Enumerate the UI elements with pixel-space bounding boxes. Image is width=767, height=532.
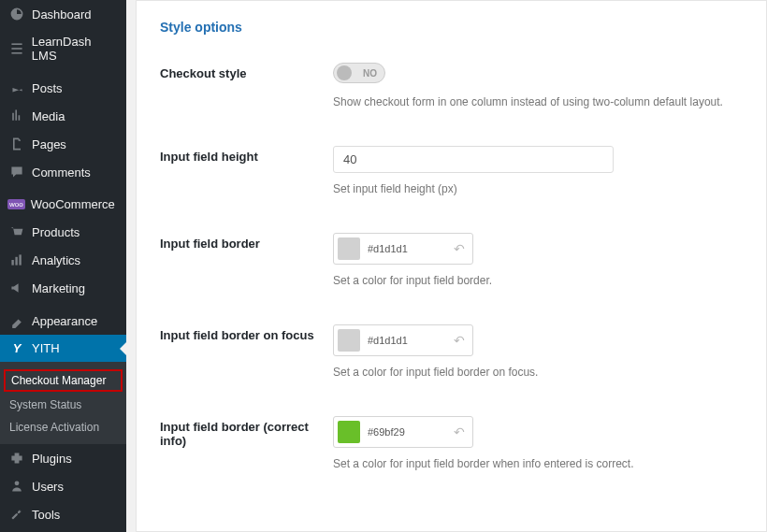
sidebar-item-label: Users: [32, 480, 64, 494]
toggle-checkout-style[interactable]: NO: [333, 63, 385, 83]
sidebar-item-marketing[interactable]: Marketing: [0, 274, 126, 302]
row-border-correct: Input field border (correct info) #69bf2…: [160, 416, 743, 470]
sidebar-item-appearance[interactable]: Appearance: [0, 307, 126, 335]
products-icon: [7, 224, 26, 239]
sidebar-item-label: Tools: [32, 508, 60, 522]
color-picker-border-focus[interactable]: #d1d1d1 ↶: [333, 324, 473, 356]
help-border-correct: Set a color for input field border when …: [333, 457, 743, 470]
svg-point-6: [15, 481, 20, 485]
pages-icon: [7, 137, 26, 151]
svg-rect-5: [19, 254, 21, 265]
sidebar-item-label: Marketing: [32, 281, 85, 295]
sidebar-item-woocommerce[interactable]: woo WooCommerce: [0, 191, 126, 218]
submenu-system-status[interactable]: System Status: [0, 394, 126, 416]
color-picker-border-correct[interactable]: #69bf29 ↶: [333, 416, 473, 448]
color-swatch: [338, 329, 360, 352]
sidebar-item-label: WooCommerce: [31, 197, 115, 211]
svg-rect-3: [11, 260, 13, 266]
reset-icon[interactable]: ↶: [450, 424, 469, 439]
label-border-correct: Input field border (correct info): [160, 416, 333, 448]
sidebar-item-media[interactable]: Media: [0, 102, 126, 130]
color-swatch: [338, 237, 360, 260]
sidebar-item-label: YITH: [32, 341, 60, 355]
label-checkout-style: Checkout style: [160, 63, 333, 80]
sidebar-item-users[interactable]: Users: [0, 472, 126, 500]
svg-rect-1: [11, 48, 22, 50]
input-field-height[interactable]: [333, 146, 614, 173]
label-input-height: Input field height: [160, 146, 333, 164]
help-border-focus: Set a color for input field border on fo…: [333, 366, 743, 379]
plugins-icon: [7, 451, 26, 466]
label-border-focus: Input field border on focus: [160, 324, 333, 342]
label-border: Input field border: [160, 233, 333, 251]
row-checkout-style: Checkout style NO Show checkout form in …: [160, 63, 743, 108]
sidebar-item-learndash[interactable]: LearnDash LMS: [0, 28, 126, 69]
sidebar-item-label: Posts: [32, 81, 63, 95]
reset-icon[interactable]: ↶: [450, 333, 469, 348]
main-content: Style options Checkout style NO Show che…: [136, 0, 767, 532]
row-border: Input field border #d1d1d1 ↶ Set a color…: [160, 233, 743, 287]
users-icon: [7, 479, 26, 494]
help-border: Set a color for input field border.: [333, 274, 743, 287]
sidebar-item-label: Pages: [32, 137, 66, 151]
sidebar-item-label: LearnDash LMS: [32, 35, 119, 63]
color-hex: #d1d1d1: [368, 335, 450, 346]
sidebar-item-pages[interactable]: Pages: [0, 130, 126, 158]
color-picker-border[interactable]: #d1d1d1 ↶: [333, 233, 473, 265]
svg-rect-2: [11, 52, 22, 54]
toggle-knob: [337, 65, 352, 80]
analytics-icon: [7, 252, 26, 267]
sidebar-item-posts[interactable]: Posts: [0, 74, 126, 102]
help-checkout-style: Show checkout form in one column instead…: [333, 95, 743, 108]
marketing-icon: [7, 280, 26, 295]
section-title: Style options: [160, 20, 743, 35]
row-border-focus: Input field border on focus #d1d1d1 ↶ Se…: [160, 324, 743, 379]
appearance-icon: [7, 313, 26, 328]
svg-rect-0: [11, 43, 22, 45]
submenu-license-activation[interactable]: License Activation: [0, 416, 126, 439]
row-input-height: Input field height Set input field heigh…: [160, 146, 743, 195]
reset-icon[interactable]: ↶: [450, 241, 469, 256]
toggle-text: NO: [363, 68, 377, 79]
color-hex: #69bf29: [368, 426, 450, 438]
sidebar-item-tools[interactable]: Tools: [0, 500, 126, 528]
sidebar-item-label: Plugins: [32, 452, 72, 466]
sidebar-item-label: Products: [32, 225, 80, 239]
woo-icon: woo: [7, 199, 25, 209]
sidebar-item-dashboard[interactable]: Dashboard: [0, 0, 126, 28]
sidebar-item-plugins[interactable]: Plugins: [0, 444, 126, 472]
sidebar-item-label: Media: [32, 109, 65, 123]
color-swatch: [338, 421, 360, 443]
sidebar-item-label: Comments: [32, 165, 91, 180]
learndash-icon: [7, 41, 26, 56]
yith-icon: Y: [7, 341, 26, 355]
help-input-height: Set input field height (px): [333, 182, 743, 195]
dashboard-icon: [7, 7, 26, 22]
comments-icon: [7, 165, 26, 180]
sidebar-item-settings[interactable]: Settings: [0, 528, 126, 532]
admin-sidebar: Dashboard LearnDash LMS Posts Media Page…: [0, 0, 126, 532]
sidebar-item-yith[interactable]: Y YITH: [0, 335, 126, 362]
tools-icon: [7, 507, 26, 522]
svg-rect-4: [15, 257, 17, 266]
sidebar-item-label: Appearance: [32, 314, 97, 328]
sidebar-item-comments[interactable]: Comments: [0, 158, 126, 186]
sidebar-item-products[interactable]: Products: [0, 218, 126, 246]
sidebar-item-label: Dashboard: [32, 7, 92, 22]
pin-icon: [7, 80, 26, 95]
sidebar-item-label: Analytics: [32, 253, 80, 267]
media-icon: [7, 108, 26, 123]
color-hex: #d1d1d1: [368, 243, 450, 254]
submenu-checkout-manager[interactable]: Checkout Manager: [4, 369, 123, 392]
sidebar-item-analytics[interactable]: Analytics: [0, 246, 126, 274]
yith-submenu: Checkout Manager System Status License A…: [0, 362, 126, 444]
